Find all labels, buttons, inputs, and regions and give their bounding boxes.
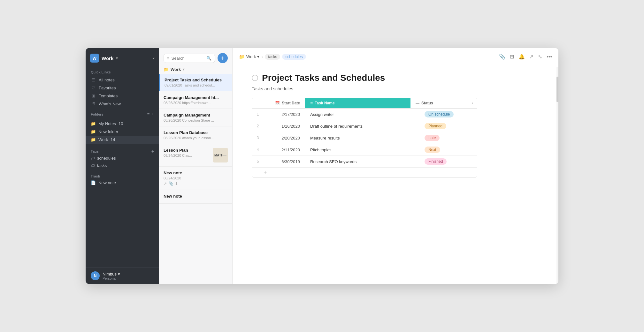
sidebar-item-favorites[interactable]: ♡ Favorites — [86, 84, 159, 92]
add-note-button[interactable]: + — [218, 53, 228, 63]
cell-status: Finished — [419, 156, 477, 167]
note-title: Project Tasks and Schedules — [165, 78, 228, 82]
scrollbar-thumb[interactable] — [556, 77, 558, 102]
note-item-project-tasks[interactable]: Project Tasks and Schedules 09/01/2020 T… — [159, 74, 232, 91]
share-icon: ↗ — [164, 181, 167, 186]
folder-item-my-notes[interactable]: 📁 My Notes 10 — [86, 120, 159, 128]
table-row: 3 2/20/2020 Measure results Late — [252, 132, 477, 144]
note-title: Campaign Management ht... — [164, 95, 228, 100]
templates-label: Templates — [99, 94, 118, 98]
status-badge: Next — [425, 147, 440, 153]
breadcrumb-folder-name: Work — [246, 54, 256, 59]
note-item-new-note-2[interactable]: New note — [159, 190, 232, 204]
collapse-sidebar-button[interactable]: ‹ — [153, 55, 155, 61]
scrollbar-track — [556, 67, 558, 284]
cell-status: On schedule — [419, 109, 477, 120]
trash-section: Trash 📄 New note — [86, 172, 159, 188]
note-item-lesson-plan-db[interactable]: Lesson Plan Database 08/26/2020 Attach y… — [159, 126, 232, 144]
table-header-status[interactable]: — Status — [410, 98, 468, 108]
cell-status: Planned — [419, 120, 477, 132]
tag-icon: 🏷 — [91, 156, 95, 161]
fullscreen-button[interactable]: ⤡ — [538, 54, 542, 60]
search-input[interactable] — [172, 56, 204, 61]
user-menu[interactable]: N Nimbus ▾ Personal — [86, 267, 159, 284]
whats-new-label: What's New — [99, 102, 121, 106]
cell-task: Pitch topics — [305, 145, 419, 155]
table-header-date[interactable]: 📅 Start Date — [264, 98, 305, 108]
tag-item-tasks[interactable]: 🏷 tasks — [86, 162, 159, 169]
status-badge: Finished — [425, 158, 447, 165]
cell-date: 2/20/2020 — [264, 133, 305, 143]
attachment-icon: 📎 — [169, 181, 173, 186]
cell-status: Next — [419, 144, 477, 155]
note-complete-checkbox[interactable] — [252, 75, 258, 81]
table-header-task[interactable]: ≡ Task Name — [305, 98, 410, 108]
workspace-chevron-icon: ▾ — [116, 56, 118, 60]
note-item-lesson-plan[interactable]: Lesson Plan 08/24/2020 Clas... MATH — [159, 144, 232, 167]
attach-button[interactable]: 📎 — [499, 54, 505, 60]
folder-chevron-icon: ▾ — [183, 67, 185, 72]
trash-item-label: New note — [98, 180, 116, 185]
sidebar-item-whats-new[interactable]: ⏱ What's New — [86, 100, 159, 108]
note-item-new-note-1[interactable]: New note 08/24/2020 ↗ 📎 1 — [159, 167, 232, 190]
add-folder-icon[interactable]: + — [151, 112, 154, 117]
folder-icon: 📁 — [91, 121, 96, 126]
table-header-row: 📅 Start Date ≡ Task Name — Status › — [252, 98, 477, 109]
grid-view-button[interactable]: ⊞ — [510, 54, 514, 60]
notification-button[interactable]: 🔔 — [518, 54, 525, 60]
note-meta: 08/26/2020 Attach your lesson... — [164, 136, 228, 140]
folders-section: 📁 My Notes 10 📁 New folder 📁 Work 14 — [86, 117, 159, 146]
sidebar-item-templates[interactable]: ⊞ Templates — [86, 92, 159, 100]
tag-icon: 🏷 — [91, 163, 95, 168]
row-number: 2 — [252, 121, 264, 132]
tags-header: Tags + — [86, 146, 159, 155]
trash-item-new-note[interactable]: 📄 New note — [86, 179, 159, 187]
note-item-campaign[interactable]: Campaign Management 08/26/2020 Conceptio… — [159, 109, 232, 126]
table-expand-button[interactable]: › — [468, 98, 477, 108]
cell-date: 2/11/2020 — [264, 145, 305, 155]
tasks-table: 📅 Start Date ≡ Task Name — Status › — [252, 98, 477, 177]
note-title: Project Tasks and Schedules — [262, 73, 385, 83]
more-options-button[interactable]: ••• — [547, 54, 552, 60]
notes-list-scrollable: Project Tasks and Schedules 09/01/2020 T… — [159, 74, 232, 284]
notes-list-folder-name: Work — [171, 67, 181, 72]
note-subtitle: Tasks and schedules — [252, 86, 539, 91]
folders-header: Folders ≡ + — [86, 110, 159, 117]
table-row: 5 6/30/2019 Research SEO keywords Finish… — [252, 156, 477, 168]
status-col-label: Status — [421, 101, 433, 105]
breadcrumb-folder[interactable]: Work ▾ — [246, 54, 259, 59]
folder-item-new-folder[interactable]: 📁 New folder — [86, 128, 159, 136]
search-icon: 🔍 — [206, 56, 211, 61]
folder-item-work[interactable]: 📁 Work 14 — [86, 136, 159, 144]
date-col-label: Start Date — [282, 101, 300, 105]
tag-label: schedules — [97, 156, 116, 161]
workspace-selector[interactable]: W Work ▾ — [90, 54, 118, 63]
user-plan: Personal — [103, 276, 120, 280]
templates-icon: ⊞ — [91, 94, 96, 98]
row-number: 5 — [252, 156, 264, 167]
breadcrumb-tag-schedules[interactable]: schedules — [282, 54, 306, 60]
search-bar[interactable]: ≡ 🔍 — [164, 54, 215, 63]
folders-title: Folders — [91, 112, 103, 116]
sidebar-item-all-notes[interactable]: ☰ All notes — [86, 76, 159, 84]
quick-links-section: Quick Links ☰ All notes ♡ Favorites ⊞ Te… — [86, 66, 159, 110]
status-badge: On schedule — [425, 111, 454, 117]
trash-item-icon: 📄 — [91, 180, 96, 185]
row-number: 1 — [252, 109, 264, 120]
add-row-button[interactable]: + — [252, 168, 477, 177]
add-tag-icon[interactable]: + — [151, 149, 154, 154]
tags-section: 🏷 schedules 🏷 tasks — [86, 155, 159, 169]
sidebar-header: W Work ▾ ‹ — [86, 48, 159, 66]
task-col-label: Task Name — [315, 101, 334, 105]
breadcrumb-tag-tasks[interactable]: tasks — [265, 54, 280, 60]
notes-list-folder-header[interactable]: 📁 Work ▾ — [159, 65, 232, 74]
main-content: 📁 Work ▾ › tasks schedules 📎 ⊞ 🔔 ↗ ⤡ ••• — [233, 48, 558, 284]
share-button[interactable]: ↗ — [529, 54, 533, 60]
sort-folders-icon[interactable]: ≡ — [147, 112, 150, 117]
work-badge: 14 — [111, 137, 115, 142]
filter-icon[interactable]: ≡ — [167, 56, 170, 61]
note-item-campaign-ht[interactable]: Campaign Management ht... 08/26/2020 htt… — [159, 91, 232, 109]
note-title: Campaign Management — [164, 113, 228, 117]
tag-label: tasks — [97, 163, 107, 168]
tag-item-schedules[interactable]: 🏷 schedules — [86, 155, 159, 162]
